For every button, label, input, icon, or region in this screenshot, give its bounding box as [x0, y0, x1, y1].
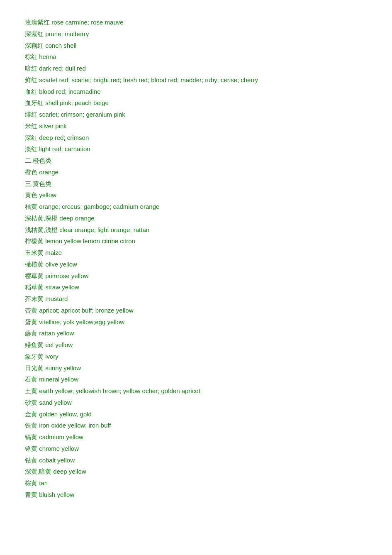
color-entry-11: 深红 deep red; crimson — [25, 132, 367, 144]
color-entry-36: 铁黄 iron oxide yellow; iron buff — [25, 420, 367, 431]
color-entry-31: 日光黄 sunny yellow — [25, 362, 367, 374]
color-entry-22: 橄榄黄 olive yellow — [25, 259, 367, 270]
color-entry-41: 棕黄 tan — [25, 477, 367, 489]
color-entry-4: 棕红 henna — [25, 51, 367, 63]
color-entry-5: 暗红 dark red; dull red — [25, 63, 367, 74]
color-entry-35: 金黄 golden yellow, gold — [25, 408, 367, 420]
color-entry-28: 藤黄 rattan yellow — [25, 328, 367, 339]
color-entry-1: 玫瑰紫红 rose carmine; rose mauve — [25, 17, 367, 28]
color-entry-9: 绯红 scarlet; crimson; geranium pink — [25, 109, 367, 120]
color-entry-17: 桔黄 orange; crocus; gamboge; cadmium oran… — [25, 201, 367, 213]
color-entry-25: 芥末黄 mustard — [25, 293, 367, 305]
color-entry-7: 血红 blood red; incarnadine — [25, 86, 367, 98]
color-entry-39: 钴黄 cobalt yellow — [25, 455, 367, 466]
color-entry-32: 石黄 mineral yellow — [25, 374, 367, 385]
color-entry-26: 杏黄 apricot; apricot buff; bronze yellow — [25, 305, 367, 316]
color-entry-16: 黄色 yellow — [25, 189, 367, 201]
color-entry-13: 二.橙色类 — [25, 155, 367, 166]
color-entry-8: 血牙红 shell pink; peach beige — [25, 97, 367, 109]
color-entry-19: 浅桔黄,浅橙 clear orange; light orange; ratta… — [25, 224, 367, 236]
color-entry-15: 三.黄色类 — [25, 178, 367, 190]
color-entry-30: 象牙黄 ivory — [25, 351, 367, 362]
color-entry-29: 鳝鱼黄 eel yellow — [25, 339, 367, 351]
color-entry-6: 鲜红 scarlet red; scarlet; bright red; fre… — [25, 74, 367, 86]
color-entry-12: 淡红 light red; carnation — [25, 143, 367, 155]
color-entry-34: 砂黄 sand yellow — [25, 397, 367, 408]
color-entry-10: 米红 silver pink — [25, 120, 367, 132]
color-entry-40: 深黄,暗黄 deep yellow — [25, 466, 367, 477]
color-entry-33: 土黄 earth yellow; yellowish brown; yellow… — [25, 385, 367, 397]
color-entry-23: 樱草黄 primrose yellow — [25, 270, 367, 282]
color-entry-27: 蛋黄 vitelline; yolk yellow;egg yellow — [25, 316, 367, 328]
color-entry-14: 橙色 orange — [25, 166, 367, 178]
color-entry-18: 深桔黄,深橙 deep orange — [25, 213, 367, 224]
color-entry-37: 镉黄 cadmium yellow — [25, 431, 367, 443]
color-entry-38: 铬黄 chrome yellow — [25, 443, 367, 455]
color-entry-24: 稻草黄 straw yellow — [25, 281, 367, 293]
color-entry-21: 玉米黄 maize — [25, 247, 367, 259]
color-entry-2: 深紫红 prune; mulberry — [25, 28, 367, 40]
color-entry-3: 深藕红 conch shell — [25, 40, 367, 51]
color-entry-42: 青黄 bluish yellow — [25, 489, 367, 501]
color-entry-20: 柠檬黄 lemon yellow lemon citrine citron — [25, 235, 367, 247]
main-content: 玫瑰紫红 rose carmine; rose mauve深紫红 prune; … — [25, 17, 367, 501]
